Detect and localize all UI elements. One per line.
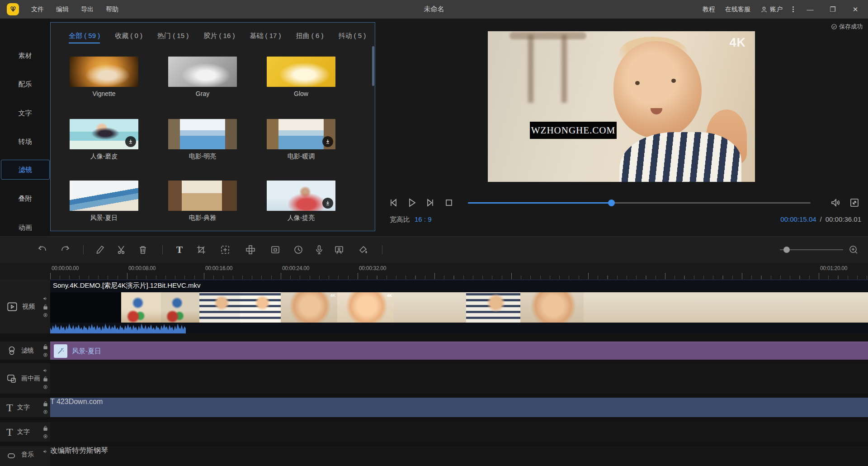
video-track-header: 视频 — [0, 280, 50, 333]
redo-icon[interactable] — [60, 244, 71, 255]
tab-film[interactable]: 胶片 ( 16 ) — [203, 32, 235, 43]
filter-track-lane[interactable]: 风景-夏日 — [50, 342, 868, 360]
zoom-slider-handle[interactable] — [783, 247, 790, 253]
lock-icon[interactable] — [43, 304, 48, 310]
preview-progress-bar[interactable] — [468, 202, 811, 204]
aspect-value[interactable]: 16 : 9 — [415, 215, 432, 224]
mute-icon[interactable] — [42, 368, 48, 373]
filter-item[interactable]: 人像-磨皮 — [70, 119, 138, 161]
filter-thumbnail[interactable] — [267, 57, 335, 87]
lock-icon[interactable] — [43, 401, 48, 407]
filter-item[interactable]: Gray — [168, 57, 237, 97]
app-logo-icon[interactable] — [7, 3, 19, 15]
hide-track-icon[interactable] — [43, 313, 48, 318]
tutorial-link[interactable]: 教程 — [703, 5, 715, 14]
tab-basic[interactable]: 基础 ( 17 ) — [250, 32, 281, 43]
filter-thumbnail[interactable] — [70, 57, 138, 87]
text-tool-icon[interactable]: T — [174, 244, 185, 255]
tab-shake[interactable]: 抖动 ( 5 ) — [338, 32, 366, 43]
menu-export[interactable]: 导出 — [81, 5, 94, 14]
menu-file[interactable]: 文件 — [31, 5, 44, 14]
pip-track-row: 画中画 — [0, 363, 868, 394]
filter-item[interactable]: 风景-夏日 — [70, 181, 138, 222]
sidebar-item-media[interactable]: 素材 — [0, 46, 50, 66]
filter-item[interactable]: 电影-暖调 — [267, 119, 335, 161]
4k-badge: 4K — [729, 36, 746, 50]
filter-thumbnail[interactable] — [168, 57, 237, 87]
filter-thumbnail[interactable] — [168, 181, 237, 211]
music-clip[interactable]: 改编斯特劳斯钢琴 — [50, 446, 868, 466]
pip-track-lane[interactable] — [50, 363, 868, 394]
text-track-lane[interactable]: T 423Down.com — [50, 398, 868, 417]
minimize-button[interactable]: — — [804, 5, 816, 13]
mute-icon[interactable] — [42, 449, 48, 454]
stop-button[interactable] — [443, 197, 454, 208]
background-board-icon[interactable] — [334, 244, 344, 255]
split-scissors-icon[interactable] — [116, 244, 127, 255]
next-frame-button[interactable] — [425, 197, 436, 208]
more-menu-icon[interactable] — [793, 6, 794, 12]
filter-thumbnail[interactable] — [267, 181, 335, 211]
panel-scrollbar[interactable] — [372, 46, 374, 86]
sidebar-item-music[interactable]: 配乐 — [0, 74, 50, 94]
text-track-lane[interactable] — [50, 422, 868, 442]
menu-edit[interactable]: 编辑 — [56, 5, 69, 14]
account-button[interactable]: 账户 — [760, 5, 783, 14]
time-ruler[interactable]: 00:00:00.00 00:00:08.00 00:00:16.00 00:0… — [0, 263, 868, 280]
timeline-zoom-slider[interactable] — [780, 249, 843, 250]
chroma-bucket-icon[interactable] — [358, 244, 368, 255]
filter-thumbnail[interactable] — [70, 181, 138, 211]
crop-icon[interactable] — [196, 244, 207, 255]
filter-thumbnail[interactable] — [267, 119, 335, 149]
music-track-lane[interactable]: 改编斯特劳斯钢琴 — [50, 446, 868, 466]
menu-help[interactable]: 帮助 — [106, 5, 118, 14]
beecut-window: 文件 编辑 导出 帮助 未命名 教程 在线客服 账户 — ❐ ✕ 保存成功 素材… — [0, 0, 868, 466]
filter-item[interactable]: 人像-提亮 — [267, 181, 335, 222]
sidebar-item-overlay[interactable]: 叠附 — [0, 189, 50, 209]
mute-icon[interactable] — [42, 296, 48, 301]
tab-hot[interactable]: 热门 ( 15 ) — [157, 32, 189, 43]
hide-track-icon[interactable] — [43, 409, 48, 414]
sidebar-item-filter[interactable]: 滤镜 — [1, 160, 50, 180]
play-button[interactable] — [406, 197, 417, 208]
filter-clip[interactable]: 风景-夏日 — [50, 342, 868, 360]
hide-track-icon[interactable] — [43, 352, 48, 357]
tab-all[interactable]: 全部 ( 59 ) — [69, 32, 100, 43]
overlay-rect-icon[interactable] — [270, 244, 281, 255]
zoom-region-icon[interactable] — [220, 244, 231, 255]
filter-item[interactable]: 电影-典雅 — [168, 181, 237, 222]
filter-thumbnail[interactable] — [168, 119, 237, 149]
tab-favorites[interactable]: 收藏 ( 0 ) — [115, 32, 142, 43]
prev-frame-button[interactable] — [388, 197, 399, 208]
fullscreen-icon[interactable] — [849, 197, 860, 208]
undo-icon[interactable] — [37, 244, 48, 255]
record-mic-icon[interactable] — [314, 244, 325, 255]
tab-distort[interactable]: 扭曲 ( 6 ) — [296, 32, 324, 43]
video-track-lane[interactable]: Sony.4K.DEMO.[索尼4K演示片].12Bit.HEVC.mkv 4K… — [50, 280, 868, 333]
lock-icon[interactable] — [43, 344, 48, 350]
zoom-in-icon[interactable] — [848, 244, 859, 255]
hide-track-icon[interactable] — [43, 434, 48, 439]
text-clip[interactable]: T 423Down.com — [50, 398, 868, 417]
ruler-major-ticks — [50, 273, 868, 279]
progress-handle[interactable] — [608, 200, 615, 206]
sidebar-item-animation[interactable]: 动画 — [0, 218, 50, 238]
filter-thumbnail[interactable] — [70, 119, 138, 149]
duration-clock-icon[interactable] — [293, 244, 304, 255]
lock-icon[interactable] — [43, 425, 48, 431]
volume-icon[interactable] — [830, 197, 841, 208]
support-link[interactable]: 在线客服 — [725, 5, 750, 14]
sidebar-item-transition[interactable]: 转场 — [0, 132, 50, 152]
hide-track-icon[interactable] — [43, 385, 48, 390]
mosaic-icon[interactable] — [245, 244, 256, 255]
maximize-button[interactable]: ❐ — [826, 5, 839, 14]
edit-pencil-icon[interactable] — [95, 244, 106, 255]
lock-icon[interactable] — [43, 376, 48, 382]
close-button[interactable]: ✕ — [849, 5, 862, 14]
video-clip[interactable]: Sony.4K.DEMO.[索尼4K演示片].12Bit.HEVC.mkv 4K… — [50, 280, 868, 333]
filter-item[interactable]: 电影-明亮 — [168, 119, 237, 161]
filter-item[interactable]: Glow — [267, 57, 335, 97]
sidebar-item-text[interactable]: 文字 — [0, 103, 50, 123]
filter-item[interactable]: Vignette — [70, 57, 138, 97]
delete-trash-icon[interactable] — [137, 244, 148, 255]
